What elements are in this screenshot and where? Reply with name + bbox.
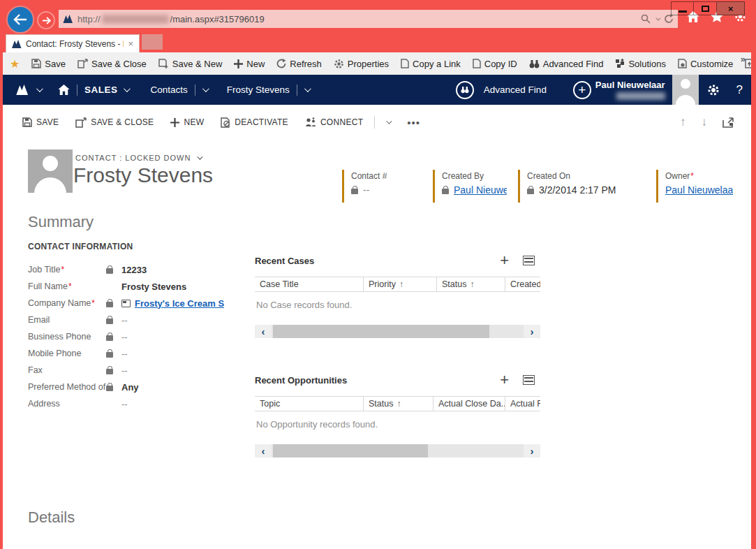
column-header[interactable]: Case Title bbox=[255, 277, 363, 291]
column-header[interactable]: Actual R bbox=[505, 397, 540, 411]
field-value[interactable]: -- bbox=[121, 399, 128, 409]
summary-tab-heading[interactable]: Summary bbox=[28, 213, 94, 231]
lock-icon bbox=[106, 268, 113, 274]
browser-titlebar: http:///main.aspx#315796019 × bbox=[0, 0, 756, 32]
field-value[interactable]: Frosty Stevens bbox=[121, 281, 186, 292]
owner-link[interactable]: Paul Nieuwelaa bbox=[665, 184, 733, 196]
field-row-preferred-method: Preferred Method of Any bbox=[28, 379, 251, 395]
scroll-left-icon[interactable]: ‹ bbox=[255, 444, 272, 458]
form-selector[interactable]: CONTACT : LOCKED DOWN bbox=[75, 154, 201, 162]
subgrid-title: Recent Cases bbox=[255, 256, 314, 266]
connect-dropdown[interactable] bbox=[386, 120, 390, 124]
fav-new[interactable]: New bbox=[234, 59, 265, 69]
home-nav-button[interactable] bbox=[58, 85, 70, 95]
nav-entity-contacts-dropdown[interactable] bbox=[202, 87, 207, 92]
browser-forward-button[interactable] bbox=[37, 11, 55, 29]
close-icon: × bbox=[728, 3, 734, 14]
new-command[interactable]: NEW bbox=[170, 117, 204, 127]
new-tab-button[interactable] bbox=[142, 34, 163, 50]
fav-save-new[interactable]: Save & New bbox=[158, 59, 223, 69]
user-avatar[interactable] bbox=[672, 75, 699, 105]
open-grid-view-icon[interactable] bbox=[523, 375, 535, 385]
column-header[interactable]: Priority↑ bbox=[363, 277, 436, 291]
favorites-overflow-chevron[interactable]: » bbox=[741, 54, 746, 64]
fav-copy-link[interactable]: Copy a Link bbox=[401, 59, 461, 69]
field-row-mobile-phone: Mobile Phone -- bbox=[28, 345, 251, 362]
fav-properties[interactable]: Properties bbox=[334, 59, 389, 69]
publish-icon bbox=[745, 59, 751, 68]
column-header[interactable]: Topic bbox=[255, 397, 363, 411]
more-commands-button[interactable]: ••• bbox=[407, 117, 420, 129]
fav-advanced-find[interactable]: Advanced Find bbox=[529, 59, 604, 69]
scroll-left-icon[interactable]: ‹ bbox=[255, 325, 272, 338]
search-icon[interactable] bbox=[641, 14, 651, 24]
column-header[interactable]: Created bbox=[505, 277, 540, 291]
save-command[interactable]: SAVE bbox=[22, 117, 59, 127]
chevron-down-icon bbox=[304, 85, 311, 92]
browser-tab[interactable]: Contact: Frosty Stevens - M... × bbox=[6, 34, 140, 52]
nav-record-frosty-stevens[interactable]: Frosty Stevens bbox=[227, 85, 290, 95]
nav-entity-contacts[interactable]: Contacts bbox=[151, 85, 188, 95]
maximize-button[interactable] bbox=[694, 1, 717, 15]
advanced-find-button[interactable]: Advanced Find bbox=[456, 81, 547, 99]
field-value[interactable]: -- bbox=[351, 184, 420, 196]
scrollbar-track[interactable] bbox=[272, 444, 524, 458]
open-grid-view-icon[interactable] bbox=[523, 256, 535, 265]
field-value[interactable]: -- bbox=[121, 315, 128, 325]
add-case-button[interactable]: + bbox=[500, 253, 509, 268]
refresh-icon[interactable] bbox=[664, 14, 674, 24]
column-header[interactable]: Status↑ bbox=[436, 277, 505, 291]
crm-logo[interactable] bbox=[14, 85, 41, 95]
search-dropdown-icon[interactable] bbox=[655, 15, 660, 20]
add-favorite-star-icon[interactable]: ★ bbox=[10, 57, 20, 71]
column-header[interactable]: Status↑ bbox=[363, 397, 433, 411]
browser-back-button[interactable] bbox=[6, 6, 34, 34]
scrollbar-track[interactable] bbox=[272, 325, 524, 338]
horizontal-scrollbar: ‹ › bbox=[255, 325, 540, 338]
nav-record-dropdown[interactable] bbox=[304, 87, 309, 92]
created-by-link[interactable]: Paul Nieuwe bbox=[454, 184, 507, 196]
tab-close-icon[interactable]: × bbox=[128, 38, 133, 49]
field-value[interactable]: 3/2/2014 2:17 PM bbox=[527, 184, 646, 196]
scrollbar-thumb[interactable] bbox=[273, 325, 489, 338]
gear-icon bbox=[334, 59, 344, 69]
next-record-arrow[interactable]: ↓ bbox=[702, 115, 708, 129]
popout-icon[interactable] bbox=[722, 117, 734, 128]
fav-save-close[interactable]: Save & Close bbox=[77, 59, 147, 69]
scrollbar-thumb[interactable] bbox=[273, 444, 428, 458]
fav-customize[interactable]: Customize bbox=[678, 59, 733, 69]
field-value[interactable]: Any bbox=[121, 382, 139, 393]
options-gear-button[interactable] bbox=[707, 84, 720, 96]
column-header[interactable]: Actual Close Da... bbox=[433, 397, 505, 411]
scroll-right-icon[interactable]: › bbox=[524, 444, 540, 458]
field-value[interactable]: 12233 bbox=[121, 265, 147, 275]
close-button[interactable]: × bbox=[717, 1, 745, 15]
record-avatar[interactable] bbox=[28, 149, 73, 193]
field-value[interactable]: -- bbox=[121, 365, 128, 376]
deactivate-command[interactable]: DEACTIVATE bbox=[221, 117, 288, 128]
add-opportunity-button[interactable]: + bbox=[500, 372, 509, 388]
address-bar[interactable]: http:///main.aspx#315796019 bbox=[59, 10, 678, 28]
fav-save[interactable]: Save bbox=[31, 59, 66, 69]
nav-area-sales[interactable]: SALES bbox=[84, 85, 128, 95]
field-label: Fax bbox=[28, 365, 106, 375]
fav-refresh[interactable]: Refresh bbox=[276, 59, 322, 69]
field-value[interactable]: -- bbox=[121, 349, 128, 359]
previous-record-arrow[interactable]: ↑ bbox=[680, 115, 686, 129]
field-value[interactable]: -- bbox=[121, 332, 128, 342]
help-button[interactable]: ? bbox=[736, 83, 743, 97]
account-icon bbox=[121, 300, 131, 307]
user-menu[interactable]: Paul Nieuwelaar bbox=[595, 80, 665, 100]
minimize-button[interactable] bbox=[671, 1, 694, 15]
fav-copy-id[interactable]: Copy ID bbox=[473, 59, 517, 69]
fav-publish[interactable]: Publish bbox=[745, 59, 751, 69]
required-asterisk: * bbox=[91, 298, 95, 308]
company-link[interactable]: Frosty's Ice Cream S bbox=[135, 298, 224, 309]
scroll-right-icon[interactable]: › bbox=[524, 325, 540, 338]
quick-create-button[interactable]: + bbox=[573, 81, 591, 99]
connect-command[interactable]: CONNECT bbox=[305, 117, 363, 127]
save-and-close-command[interactable]: SAVE & CLOSE bbox=[75, 117, 154, 128]
details-tab-heading[interactable]: Details bbox=[28, 508, 75, 527]
fav-solutions[interactable]: Solutions bbox=[615, 59, 665, 69]
field-row-fax: Fax -- bbox=[28, 362, 251, 379]
